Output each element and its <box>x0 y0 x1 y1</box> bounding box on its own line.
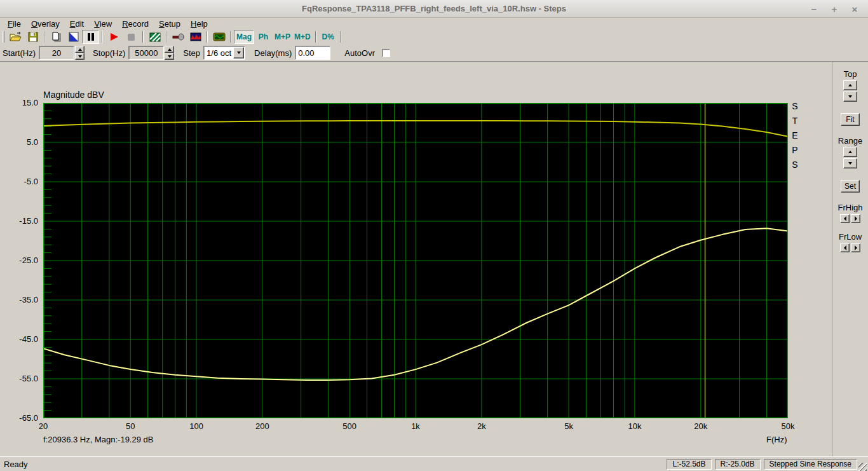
frlow-decrease-button[interactable] <box>840 243 850 252</box>
distortion-view-button[interactable]: D% <box>319 30 337 44</box>
y-tick-label: 5.0 <box>8 137 38 147</box>
calibrate-button[interactable] <box>170 30 187 44</box>
down-arrow-icon <box>168 55 172 58</box>
delay-input[interactable] <box>295 46 330 60</box>
fit-button[interactable]: Fit <box>841 113 860 126</box>
spin-up-button[interactable] <box>75 46 85 53</box>
set-button[interactable]: Set <box>841 180 860 193</box>
up-arrow-icon <box>848 151 852 153</box>
color-swatch-icon <box>69 32 79 42</box>
open-file-button[interactable] <box>7 30 24 44</box>
down-arrow-icon <box>78 55 82 58</box>
range-label: Range <box>838 136 862 146</box>
right-level-indicator: R:-25.0dB <box>715 459 761 470</box>
range-up-button[interactable] <box>843 147 857 157</box>
x-tick-label: 20 <box>39 421 48 431</box>
x-tick-label: 100 <box>189 421 203 431</box>
floppy-disk-icon <box>28 32 38 42</box>
step-selected-value: 1/6 oct <box>204 48 233 58</box>
autoovr-checkbox[interactable] <box>382 49 390 57</box>
save-button[interactable] <box>24 30 41 44</box>
x-tick-label: 50 <box>126 421 135 431</box>
title-bar: FqResponse_TPA3118_PFFB_right_feeds_left… <box>0 0 868 18</box>
right-arrow-icon <box>855 216 857 221</box>
stop-freq-input[interactable] <box>128 46 164 60</box>
toolbar-separator <box>315 31 316 43</box>
oscilloscope-button[interactable] <box>210 30 227 44</box>
plug-icon <box>172 33 185 41</box>
menu-record[interactable]: Record <box>117 18 154 29</box>
spin-up-button[interactable] <box>165 46 174 53</box>
phase-view-button[interactable]: Ph <box>254 30 273 44</box>
down-arrow-icon <box>848 162 852 165</box>
toolbar-separator <box>230 31 231 43</box>
plot-region: Magnitude dBV 15.05.0-5.0-15.0-25.0-35.0… <box>0 62 868 456</box>
stop-icon <box>127 33 135 41</box>
top-down-button[interactable] <box>843 92 857 102</box>
left-arrow-icon <box>844 245 846 250</box>
magnitude-view-button[interactable]: Mag <box>234 30 254 44</box>
step-select[interactable]: 1/6 oct <box>203 46 245 60</box>
menu-file[interactable]: File <box>3 18 26 29</box>
magnitude-delay-view-button[interactable]: M+D <box>292 30 313 44</box>
menu-edit[interactable]: Edit <box>65 18 89 29</box>
stop-freq-label: Stop(Hz) <box>93 48 125 58</box>
range-down-button[interactable] <box>843 158 857 168</box>
start-freq-spinner[interactable] <box>75 46 85 60</box>
magnitude-plot[interactable] <box>43 103 788 418</box>
right-arrow-icon <box>855 245 857 250</box>
document-copy-icon <box>51 32 62 42</box>
y-tick-label: 15.0 <box>8 98 38 107</box>
toolbar-separator <box>102 31 103 43</box>
y-tick-label: -65.0 <box>8 413 38 423</box>
menu-setup[interactable]: Setup <box>154 18 186 29</box>
status-message: Ready <box>1 460 667 469</box>
x-tick-label: 200 <box>255 421 269 431</box>
plot-title: Magnitude dBV <box>43 90 104 100</box>
menu-overlay[interactable]: Overlay <box>26 18 65 29</box>
y-tick-label: -25.0 <box>8 256 38 265</box>
down-arrow-icon <box>848 95 852 98</box>
frhigh-increase-button[interactable] <box>851 214 860 223</box>
toolbar-separator <box>340 31 341 43</box>
minimize-button[interactable]: − <box>807 2 821 16</box>
signal-generator-button[interactable] <box>146 30 163 44</box>
resize-grip-icon[interactable] <box>858 463 867 471</box>
maximize-button[interactable]: + <box>827 2 841 16</box>
toolbar-separator <box>44 31 45 43</box>
frhigh-label: FrHigh <box>837 203 862 212</box>
right-control-panel: Top Fit Range Set FrHigh FrLow <box>832 62 868 456</box>
spin-down-button[interactable] <box>75 53 85 60</box>
dropdown-button[interactable] <box>233 47 244 58</box>
y-tick-label: -35.0 <box>8 295 38 304</box>
menu-view[interactable]: View <box>89 18 117 29</box>
toolbar-separator <box>166 31 167 43</box>
spectrum-icon <box>190 32 201 41</box>
generator-icon <box>149 32 161 42</box>
frlow-increase-button[interactable] <box>851 243 860 252</box>
start-freq-input[interactable] <box>39 46 74 60</box>
spectrum-button[interactable] <box>187 30 204 44</box>
pause-button[interactable] <box>82 30 99 44</box>
window-title: FqResponse_TPA3118_PFFB_right_feeds_left… <box>302 4 566 13</box>
up-arrow-icon <box>848 84 852 86</box>
top-up-button[interactable] <box>843 80 857 90</box>
top-label: Top <box>844 69 857 79</box>
left-level-indicator: L:-52.5dB <box>667 459 711 470</box>
stop-button[interactable] <box>123 30 140 44</box>
spin-down-button[interactable] <box>165 53 174 60</box>
copy-button[interactable] <box>48 30 65 44</box>
stop-freq-spinner[interactable] <box>165 46 174 60</box>
magnitude-phase-view-button[interactable]: M+P <box>273 30 292 44</box>
pause-icon <box>87 33 95 41</box>
close-button[interactable]: × <box>848 2 862 16</box>
delay-label: Delay(ms) <box>254 48 292 58</box>
x-tick-label: 500 <box>342 421 356 431</box>
x-tick-label: 50k <box>782 421 795 431</box>
menu-help[interactable]: Help <box>186 18 213 29</box>
frhigh-decrease-button[interactable] <box>840 214 850 223</box>
play-record-button[interactable] <box>105 30 123 44</box>
menu-bar: File Overlay Edit View Record Setup Help <box>0 18 868 29</box>
color-setup-button[interactable] <box>65 30 82 44</box>
y-tick-label: -5.0 <box>8 177 38 186</box>
